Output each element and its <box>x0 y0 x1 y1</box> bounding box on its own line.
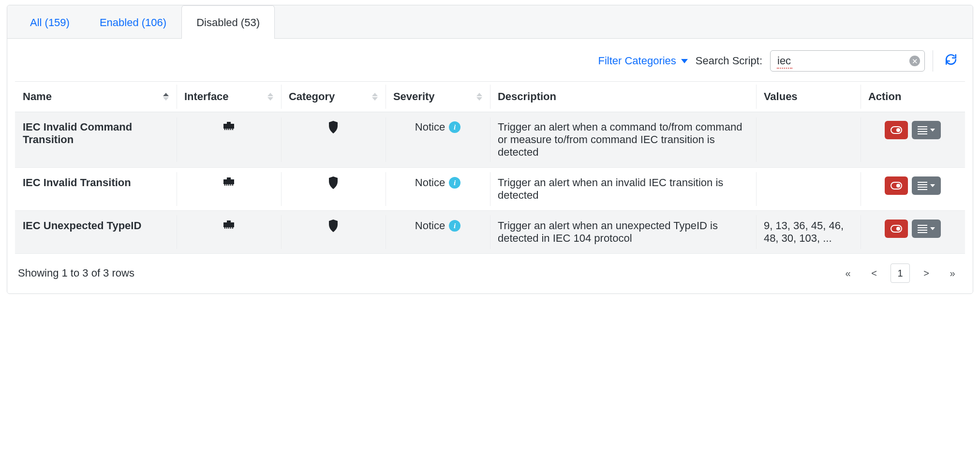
tab-enabled[interactable]: Enabled (106) <box>85 5 181 39</box>
col-header-description: Description <box>490 81 756 112</box>
cell-action <box>861 168 965 211</box>
list-icon <box>918 182 927 190</box>
table-toolbar: Filter Categories Search Script: ✕ <box>15 39 965 81</box>
ethernet-icon <box>223 220 235 229</box>
list-icon <box>918 225 927 233</box>
row-actions-menu-button[interactable] <box>912 220 941 238</box>
pagination: « < 1 > » <box>838 264 962 283</box>
tabs-bar: All (159) Enabled (106) Disabled (53) <box>7 5 973 39</box>
cell-values <box>756 168 861 211</box>
cell-name: IEC Invalid Transition <box>15 168 177 211</box>
toggle-icon <box>891 126 902 134</box>
toggle-enable-button[interactable] <box>885 121 908 139</box>
clear-search-button[interactable]: ✕ <box>909 56 920 66</box>
tab-disabled[interactable]: Disabled (53) <box>181 5 275 39</box>
page-first-button[interactable]: « <box>838 264 858 283</box>
toggle-enable-button[interactable] <box>885 176 908 195</box>
caret-down-icon <box>681 59 688 63</box>
col-header-severity-label: Severity <box>393 90 435 103</box>
col-header-severity[interactable]: Severity <box>386 81 490 112</box>
cell-severity: Notice i <box>386 112 490 168</box>
table-row: IEC Invalid Command Transition Notice i … <box>15 112 965 168</box>
cell-severity: Notice i <box>386 168 490 211</box>
shield-icon <box>328 121 339 133</box>
page-next-button[interactable]: > <box>917 264 936 283</box>
cell-description: Trigger an alert when an unexpected Type… <box>490 211 756 254</box>
ethernet-icon <box>223 121 235 131</box>
refresh-button[interactable] <box>941 51 961 71</box>
shield-icon <box>328 176 339 189</box>
page-prev-button[interactable]: < <box>864 264 884 283</box>
cell-category <box>281 112 386 168</box>
cell-values <box>756 112 861 168</box>
toolbar-divider <box>933 50 933 72</box>
search-wrapper: ✕ <box>770 50 925 72</box>
ethernet-icon <box>223 176 235 186</box>
cell-name: IEC Invalid Command Transition <box>15 112 177 168</box>
table-row: IEC Unexpected TypeID Notice i Trigger a… <box>15 211 965 254</box>
toggle-icon <box>891 182 902 190</box>
caret-down-icon <box>930 184 935 187</box>
cell-values: 9, 13, 36, 45, 46, 48, 30, 103, ... <box>756 211 861 254</box>
cell-interface <box>177 168 281 211</box>
caret-down-icon <box>930 227 935 230</box>
page-number-current[interactable]: 1 <box>891 264 910 283</box>
cell-description: Trigger an alert when a command to/from … <box>490 112 756 168</box>
search-input[interactable] <box>770 50 925 72</box>
col-header-action-label: Action <box>868 90 901 103</box>
col-header-action: Action <box>861 81 965 112</box>
caret-down-icon <box>930 129 935 132</box>
row-actions-menu-button[interactable] <box>912 176 941 195</box>
col-header-category[interactable]: Category <box>281 81 386 112</box>
info-icon[interactable]: i <box>449 121 460 133</box>
info-icon[interactable]: i <box>449 220 460 232</box>
sort-icon <box>267 93 273 101</box>
toggle-enable-button[interactable] <box>885 220 908 238</box>
col-header-values: Values <box>756 81 861 112</box>
severity-text: Notice <box>415 220 445 232</box>
cell-action <box>861 112 965 168</box>
scripts-table: Name Interface <box>15 81 965 254</box>
cell-description: Trigger an alert when an invalid IEC tra… <box>490 168 756 211</box>
tab-all[interactable]: All (159) <box>15 5 85 39</box>
row-status-text: Showing 1 to 3 of 3 rows <box>18 267 134 279</box>
shield-icon <box>328 220 339 232</box>
col-header-name[interactable]: Name <box>15 81 177 112</box>
sort-icon <box>372 93 378 101</box>
sort-icon <box>163 93 169 101</box>
table-row: IEC Invalid Transition Notice i Trigger … <box>15 168 965 211</box>
col-header-interface-label: Interface <box>184 90 229 103</box>
col-header-description-label: Description <box>498 90 556 103</box>
row-actions-menu-button[interactable] <box>912 121 941 139</box>
col-header-category-label: Category <box>289 90 335 103</box>
severity-text: Notice <box>415 121 445 133</box>
col-header-interface[interactable]: Interface <box>177 81 281 112</box>
cell-category <box>281 168 386 211</box>
col-header-name-label: Name <box>23 90 52 103</box>
scripts-panel: All (159) Enabled (106) Disabled (53) Fi… <box>7 5 973 294</box>
sort-icon <box>476 93 482 101</box>
cell-interface <box>177 112 281 168</box>
refresh-icon <box>945 53 957 66</box>
table-footer: Showing 1 to 3 of 3 rows « < 1 > » <box>15 254 965 286</box>
toggle-icon <box>891 225 902 233</box>
cell-name: IEC Unexpected TypeID <box>15 211 177 254</box>
page-last-button[interactable]: » <box>943 264 962 283</box>
cell-interface <box>177 211 281 254</box>
list-icon <box>918 126 927 134</box>
cell-severity: Notice i <box>386 211 490 254</box>
filter-categories-dropdown[interactable]: Filter Categories <box>598 55 687 67</box>
severity-text: Notice <box>415 176 445 189</box>
info-icon[interactable]: i <box>449 177 460 189</box>
filter-categories-label: Filter Categories <box>598 55 676 67</box>
col-header-values-label: Values <box>764 90 798 103</box>
search-label: Search Script: <box>696 55 762 67</box>
cell-category <box>281 211 386 254</box>
cell-action <box>861 211 965 254</box>
